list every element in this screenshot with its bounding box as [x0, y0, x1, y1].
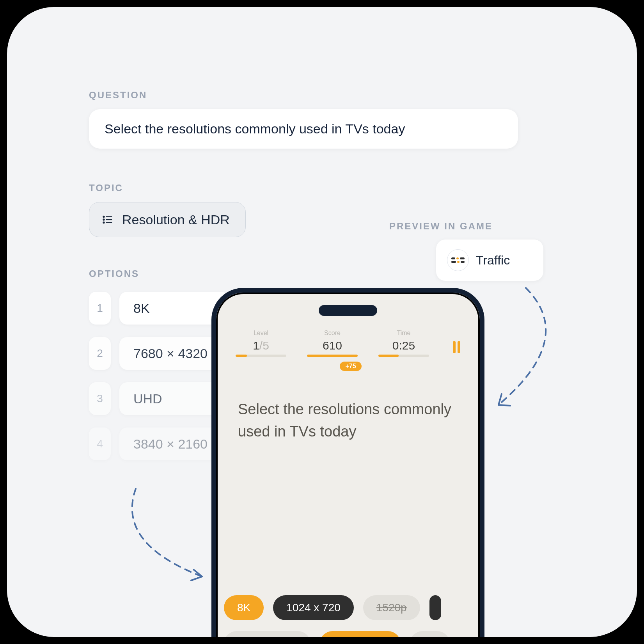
topic-section-label: TOPIC	[89, 183, 123, 193]
arrow-preview-to-phone	[487, 284, 588, 417]
question-text: Select the resolutions commonly used in …	[105, 121, 405, 137]
svg-point-4	[103, 222, 105, 223]
answer-chip[interactable]: 2580 x 1080	[224, 631, 310, 637]
option-row[interactable]: 4 3840 × 2160	[89, 428, 229, 460]
phone-preview: Level 1/5 Score 610 Time 0:25	[211, 288, 484, 637]
options-section-label: OPTIONS	[89, 268, 139, 279]
answer-chip[interactable]: 1024 x 720	[273, 595, 354, 620]
answer-chip[interactable]: 1520p	[363, 595, 420, 620]
answer-chips: 8K 1024 x 720 1520p 2580 x 1080 1920x108…	[216, 582, 480, 637]
answer-chip[interactable]: 3K	[410, 631, 450, 637]
score-stat: Score 610	[307, 330, 358, 357]
pause-button[interactable]	[450, 341, 460, 353]
time-stat: Time 0:25	[378, 330, 429, 357]
score-delta-badge: +75	[340, 362, 361, 371]
question-section-label: QUESTION	[89, 90, 147, 101]
answer-chip[interactable]: 1920x1080	[320, 631, 401, 637]
option-row[interactable]: 3 UHD	[89, 382, 229, 415]
option-index: 1	[89, 292, 111, 325]
phone-question-text: Select the resolutions commonly used in …	[216, 371, 480, 443]
topic-selector[interactable]: Resolution & HDR	[89, 202, 246, 237]
answer-chip[interactable]: 8K	[224, 595, 264, 620]
traffic-icon	[447, 249, 469, 271]
svg-point-0	[103, 216, 105, 217]
option-row[interactable]: 1 8K	[89, 292, 229, 325]
arrow-options-to-phone	[120, 485, 222, 594]
svg-point-2	[103, 219, 105, 220]
option-row[interactable]: 2 7680 × 4320	[89, 337, 229, 370]
level-stat: Level 1/5	[236, 330, 286, 357]
preview-game-selector[interactable]: Traffic	[436, 240, 543, 281]
preview-game-name: Traffic	[476, 253, 510, 268]
option-index: 2	[89, 337, 111, 370]
option-index: 4	[89, 428, 111, 460]
list-icon	[101, 213, 114, 226]
editor-card: QUESTION Select the resolutions commonly…	[7, 7, 637, 637]
topic-value: Resolution & HDR	[122, 212, 230, 227]
pause-icon	[453, 341, 456, 353]
preview-section-label: PREVIEW IN GAME	[389, 221, 493, 232]
question-input[interactable]: Select the resolutions commonly used in …	[89, 109, 518, 149]
options-list: 1 8K 2 7680 × 4320 3 UHD 4 3840 × 2160	[89, 292, 229, 460]
answer-chip-partial[interactable]	[429, 595, 441, 620]
option-index: 3	[89, 382, 111, 415]
